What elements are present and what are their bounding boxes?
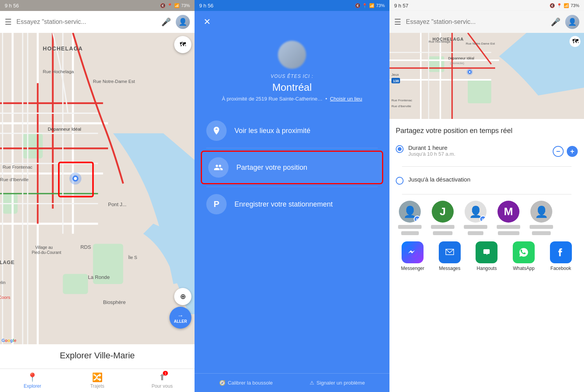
bottom-sheet-title: Explorer Ville-Marie — [6, 351, 188, 361]
menu-item-share-wrapper: Partager votre position — [195, 148, 389, 187]
radio-indefinite-main: Jusqu'à la désactivation — [408, 176, 578, 183]
panel2-footer: 🧭 Calibrer la boussole ⚠ Signaler un pro… — [195, 373, 389, 392]
whatsapp-icon — [513, 241, 535, 263]
svg-text:LE VILLAGE: LE VILLAGE — [0, 259, 14, 265]
contact-item-0[interactable]: 👤 M — [396, 201, 424, 235]
menu-item-parking[interactable]: P Enregistrer votre stationnement — [195, 187, 389, 221]
search-input-panel1[interactable] — [16, 18, 157, 25]
app-item-messenger[interactable]: Messenger — [397, 241, 428, 271]
whatsapp-label: WhatsApp — [513, 266, 534, 271]
status-bar-panel2: 9 h 56 🔇 📍 📶 73% — [195, 0, 389, 11]
menu-item-share[interactable]: Partager votre position — [201, 151, 383, 184]
nav-label-trajets: Trajets — [90, 383, 104, 389]
svg-rect-56 — [429, 56, 444, 72]
svg-text:Île S: Île S — [128, 255, 137, 260]
svg-text:(Domicile): (Domicile) — [450, 61, 464, 65]
svg-text:Rue Frontenac: Rue Frontenac — [2, 165, 32, 169]
share-icon — [208, 157, 229, 178]
contact-sub-2 — [468, 231, 483, 235]
locate-button[interactable]: ⊕ — [174, 288, 191, 305]
separator-1 — [402, 166, 571, 167]
svg-text:La Ronde: La Ronde — [88, 274, 110, 280]
report-link[interactable]: ⚠ Signaler un problème — [310, 380, 365, 386]
contact-avatar-4: 👤 — [530, 201, 552, 223]
contact-sub-3 — [498, 231, 519, 235]
hamburger-icon-p3[interactable]: ☰ — [394, 17, 401, 27]
status-icons-panel2: 🔇 📍 📶 73% — [355, 3, 385, 8]
share-sheet: Partagez votre position en temps réel Du… — [389, 119, 584, 392]
nav-item-explorer[interactable]: 📍 Explorer — [0, 372, 65, 389]
app-item-hangouts[interactable]: Hangouts — [471, 241, 502, 271]
hamburger-icon[interactable]: ☰ — [5, 17, 12, 27]
user-avatar-p3[interactable]: 👤 — [565, 15, 579, 29]
search-input-panel3[interactable] — [406, 18, 546, 25]
radio-indefinite-indicator — [396, 177, 404, 185]
contact-item-4[interactable]: 👤 — [527, 201, 555, 235]
contact-name-1 — [431, 225, 454, 229]
svg-text:Dépanneur Idéal: Dépanneur Idéal — [448, 56, 474, 60]
search-bar-panel1[interactable]: ☰ 🎤 👤 — [0, 11, 195, 33]
decrease-button[interactable]: − — [553, 146, 564, 157]
menu-item-nearby[interactable]: Voir les lieux à proximité — [195, 113, 389, 148]
svg-text:Village au: Village au — [35, 245, 53, 250]
status-bar-panel1: 9 h 56 🔇 📍 📶 73% — [0, 0, 195, 11]
app-item-whatsapp[interactable]: WhatsApp — [508, 241, 539, 271]
svg-text:🗺: 🗺 — [572, 38, 579, 45]
contact-item-2[interactable]: 👤 M — [461, 201, 490, 235]
mini-map-panel3[interactable]: HOCHELAGA Dépanneur Idéal (Domicile) Jeu… — [389, 33, 584, 119]
separator-2 — [402, 194, 571, 194]
radio-controls: − + — [553, 146, 578, 157]
close-button[interactable]: ✕ — [201, 16, 213, 28]
panel2-header: ✕ — [195, 11, 389, 33]
contact-item-1[interactable]: J — [429, 201, 457, 235]
svg-text:Jeux: Jeux — [391, 73, 399, 77]
calibrate-link[interactable]: 🧭 Calibrer la boussole — [219, 380, 273, 386]
contact-avatar-2: 👤 M — [465, 201, 487, 223]
svg-rect-2 — [23, 133, 43, 158]
layer-button[interactable]: 🗺 — [174, 36, 191, 53]
choose-link[interactable]: Choisir un lieu — [330, 96, 362, 102]
svg-text:RDS: RDS — [80, 244, 91, 250]
svg-text:Rue d'Iberville: Rue d'Iberville — [0, 177, 29, 182]
search-bar-panel3[interactable]: ☰ 🎤 👤 — [389, 11, 584, 33]
time-panel2: 9 h 56 — [199, 3, 213, 9]
svg-point-77 — [469, 71, 470, 73]
contact-sub-4 — [532, 231, 551, 235]
contact-name-2 — [464, 225, 487, 229]
radio-option-indefinite[interactable]: Jusqu'à la désactivation — [396, 173, 578, 188]
user-avatar-panel1[interactable]: 👤 — [176, 15, 190, 29]
mic-icon[interactable]: 🎤 — [161, 17, 171, 27]
contact-sub-1 — [433, 231, 452, 235]
panel-location-menu: 9 h 56 🔇 📍 📶 73% ✕ VOUS ÊTES ICI : Montr… — [195, 0, 389, 392]
svg-text:Rue Notre-Dame Est: Rue Notre-Dame Est — [93, 79, 135, 84]
time-panel3: 9 h 57 — [394, 3, 408, 9]
parking-icon: P — [206, 194, 227, 214]
hangouts-icon — [476, 241, 497, 263]
radio-option-1hour[interactable]: Durant 1 heure Jusqu'à 10 h 57 a.m. − + — [396, 141, 578, 160]
svg-text:Pont J...: Pont J... — [108, 201, 126, 207]
app-item-facebook[interactable]: Facebook — [545, 241, 577, 271]
panel-share-position: 9 h 57 🔇 📍 📶 73% ☰ 🎤 👤 — [389, 0, 584, 392]
contact-item-3[interactable]: M — [494, 201, 523, 235]
status-bar-panel3: 9 h 57 🔇 📍 📶 73% — [389, 0, 584, 11]
menu-text-share: Partager votre position — [236, 164, 307, 172]
mic-icon-p3[interactable]: 🎤 — [551, 17, 561, 27]
nav-item-pourvous[interactable]: ⬆ 1 Pour vous — [130, 372, 195, 389]
location-address: À proximité de 2519 Rue Sainte-Catherine… — [214, 96, 370, 102]
nav-label-explorer: Explorer — [23, 383, 41, 389]
maps-badge-0: M — [414, 216, 421, 223]
contact-name-0 — [398, 225, 422, 229]
facebook-icon — [550, 241, 572, 263]
nav-button[interactable]: → ALLER — [169, 307, 191, 329]
status-icons-panel1: 🔇 📍 📶 73% — [160, 3, 190, 8]
map-area-panel1[interactable]: HOCHELAGA LE VILLAGE Biosphère La Ronde … — [0, 33, 195, 344]
app-item-messages[interactable]: Messages — [434, 241, 465, 271]
nav-item-trajets[interactable]: 🔀 Trajets — [65, 372, 130, 389]
svg-text:Rue Notre-Dame Est: Rue Notre-Dame Est — [466, 42, 495, 45]
maps-badge-2: M — [479, 216, 487, 223]
menu-text-nearby: Voir les lieux à proximité — [234, 127, 310, 135]
increase-button[interactable]: + — [567, 146, 578, 157]
location-label: VOUS ÊTES ICI : — [270, 74, 313, 79]
svg-point-51 — [74, 177, 77, 180]
nearby-icon — [206, 120, 227, 141]
